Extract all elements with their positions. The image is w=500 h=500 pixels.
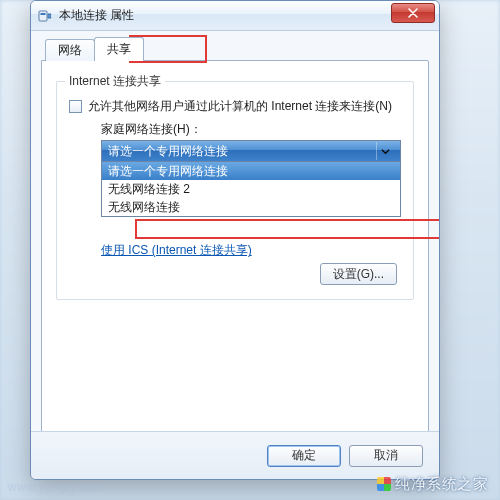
tab-label: 共享: [107, 41, 131, 58]
combo-selected-text: 请选一个专用网络连接: [108, 143, 228, 160]
watermark-right-text: 纯净系统之家: [395, 475, 488, 492]
logo-icon: [377, 477, 391, 491]
home-network-combo[interactable]: 请选一个专用网络连接 请选一个专用网络连接 无线网络连接 2 无线网络连接: [101, 140, 401, 162]
svg-rect-1: [41, 13, 46, 15]
window-title: 本地连接 属性: [59, 7, 433, 24]
network-adapter-icon: [37, 8, 53, 24]
properties-dialog: 本地连接 属性 网络 共享 Internet 连接共享 允许其他网络用户通过此计…: [30, 0, 440, 480]
cancel-button[interactable]: 取消: [349, 445, 423, 467]
tab-label: 网络: [58, 42, 82, 59]
tab-network[interactable]: 网络: [45, 39, 95, 61]
combo-option[interactable]: 无线网络连接: [102, 198, 400, 216]
close-button[interactable]: [391, 3, 435, 23]
ok-button[interactable]: 确定: [267, 445, 341, 467]
combo-selected[interactable]: 请选一个专用网络连接: [101, 140, 401, 162]
title-bar[interactable]: 本地连接 属性: [31, 1, 439, 31]
home-network-label: 家庭网络连接(H)：: [101, 121, 401, 138]
checkbox-allow-others[interactable]: [69, 100, 82, 113]
dialog-button-bar: 确定 取消: [31, 431, 439, 479]
watermark-right: 纯净系统之家: [377, 475, 488, 494]
tab-panel-sharing: Internet 连接共享 允许其他网络用户通过此计算机的 Internet 连…: [41, 60, 429, 445]
tab-sharing[interactable]: 共享: [94, 37, 144, 61]
chevron-down-icon: [376, 142, 394, 160]
watermark-left: www.ycwjzy.com: [8, 480, 104, 494]
combo-dropdown-list: 请选一个专用网络连接 无线网络连接 2 无线网络连接: [101, 162, 401, 217]
tab-strip: 网络 共享: [45, 37, 429, 61]
button-label: 取消: [374, 447, 398, 464]
group-legend: Internet 连接共享: [65, 73, 165, 90]
svg-rect-0: [39, 11, 47, 21]
ics-help-link[interactable]: 使用 ICS (Internet 连接共享): [101, 243, 252, 257]
combo-option[interactable]: 请选一个专用网络连接: [102, 162, 400, 180]
close-icon: [408, 8, 418, 18]
combo-option[interactable]: 无线网络连接 2: [102, 180, 400, 198]
settings-button[interactable]: 设置(G)...: [320, 263, 397, 285]
button-label: 设置(G)...: [333, 266, 384, 283]
checkbox-allow-others-label: 允许其他网络用户通过此计算机的 Internet 连接来连接(N): [88, 98, 392, 115]
button-label: 确定: [292, 447, 316, 464]
group-internet-connection-sharing: Internet 连接共享 允许其他网络用户通过此计算机的 Internet 连…: [56, 81, 414, 300]
